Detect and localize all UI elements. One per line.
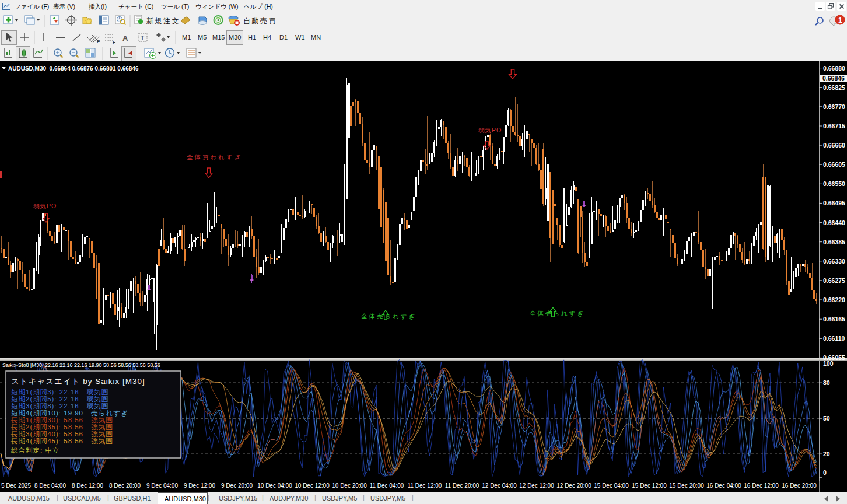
svg-text:10 Dec 12:00: 10 Dec 12:00 <box>295 482 330 489</box>
svg-text:短期3(期間8): 22.16 - 弱気圏: 短期3(期間8): 22.16 - 弱気圏 <box>11 402 108 410</box>
svg-text:長期1(期間30): 58.56 - 強気圏: 長期1(期間30): 58.56 - 強気圏 <box>10 416 113 424</box>
svg-text:8 Dec 12:00: 8 Dec 12:00 <box>72 482 103 489</box>
svg-text:0.66495: 0.66495 <box>823 200 845 206</box>
svg-text:0.66110: 0.66110 <box>823 335 845 342</box>
svg-text:9 Dec 20:00: 9 Dec 20:00 <box>221 482 253 489</box>
svg-text:16 Dec 12:00: 16 Dec 12:00 <box>744 482 779 489</box>
svg-text:全体売られすぎ: 全体売られすぎ <box>530 310 585 317</box>
svg-text:AUDUSD,M30 0.66864 0.66876 0.: AUDUSD,M30 0.66864 0.66876 0.66801 0.668… <box>8 65 139 72</box>
svg-text:0.66220: 0.66220 <box>823 296 845 303</box>
svg-text:長期3(期間40): 58.56 - 強気圏: 長期3(期間40): 58.56 - 強気圏 <box>10 430 113 438</box>
svg-text:15 Dec 12:00: 15 Dec 12:00 <box>632 482 667 489</box>
svg-text:A: A <box>123 34 128 43</box>
svg-text:11 Dec 04:00: 11 Dec 04:00 <box>370 482 404 489</box>
svg-text:弱気PO: 弱気PO <box>33 202 57 209</box>
svg-text:100: 100 <box>823 360 834 367</box>
svg-text:16 Dec 04:00: 16 Dec 04:00 <box>706 482 741 489</box>
svg-text:80: 80 <box>823 379 830 386</box>
svg-text:12 Dec 20:00: 12 Dec 20:00 <box>556 482 592 489</box>
svg-text:0.66275: 0.66275 <box>823 277 845 284</box>
svg-text:0.66165: 0.66165 <box>823 316 845 323</box>
svg-text:長期4(期間45): 58.56 - 強気圏: 長期4(期間45): 58.56 - 強気圏 <box>10 438 113 444</box>
svg-text:E: E <box>97 39 100 44</box>
svg-text:0.66846: 0.66846 <box>822 75 845 82</box>
svg-text:0.66440: 0.66440 <box>823 219 845 226</box>
svg-text:10 Dec 04:00: 10 Dec 04:00 <box>257 482 292 489</box>
svg-text:0.66660: 0.66660 <box>823 142 845 149</box>
svg-text:8 Dec 04:00: 8 Dec 04:00 <box>34 482 66 489</box>
svg-text:Saikix-Sto8 [M30] 22.16 22.16: Saikix-Sto8 [M30] 22.16 22.16 22.16 19.9… <box>2 362 160 368</box>
svg-text:15 Dec 20:00: 15 Dec 20:00 <box>669 482 704 489</box>
svg-text:11 Dec 20:00: 11 Dec 20:00 <box>445 482 480 489</box>
svg-text:総合判定: 中立: 総合判定: 中立 <box>10 447 60 454</box>
svg-text:0.66385: 0.66385 <box>823 239 845 246</box>
svg-text:9 Dec 04:00: 9 Dec 04:00 <box>146 482 178 489</box>
svg-text:15 Dec 04:00: 15 Dec 04:00 <box>594 482 629 489</box>
svg-text:ストキャスエイト by Saikix [M30]: ストキャスエイト by Saikix [M30] <box>11 377 145 386</box>
svg-text:弱気PO: 弱気PO <box>478 127 502 134</box>
svg-text:0.66550: 0.66550 <box>823 180 845 187</box>
svg-text:16 Dec 20:00: 16 Dec 20:00 <box>782 482 817 489</box>
svg-text:短期1(期間3): 22.16 - 弱気圏: 短期1(期間3): 22.16 - 弱気圏 <box>11 388 108 396</box>
svg-text:全体買われすぎ: 全体買われすぎ <box>187 153 242 160</box>
svg-text:11 Dec 12:00: 11 Dec 12:00 <box>408 482 442 489</box>
svg-text:F: F <box>113 40 116 45</box>
svg-text:0.66715: 0.66715 <box>823 123 845 130</box>
svg-text:1: 1 <box>838 16 842 24</box>
svg-text:T: T <box>141 35 144 41</box>
svg-text:0.66605: 0.66605 <box>823 161 845 168</box>
svg-text:短期2(期間5): 22.16 - 弱気圏: 短期2(期間5): 22.16 - 弱気圏 <box>11 396 108 402</box>
svg-text:9 Dec 12:00: 9 Dec 12:00 <box>184 482 215 489</box>
svg-text:全体売られすぎ: 全体売られすぎ <box>361 313 416 320</box>
svg-text:0.66770: 0.66770 <box>823 103 845 110</box>
svg-text:0.66880: 0.66880 <box>823 65 845 72</box>
svg-text:0.66825: 0.66825 <box>823 84 845 91</box>
svg-text:50: 50 <box>823 415 830 422</box>
svg-text:0.66330: 0.66330 <box>823 258 845 265</box>
svg-text:8 Dec 20:00: 8 Dec 20:00 <box>109 482 141 489</box>
svg-text:短期4(期間10): 19.90 - 売られすぎ: 短期4(期間10): 19.90 - 売られすぎ <box>11 410 128 417</box>
svg-text:12 Dec 04:00: 12 Dec 04:00 <box>482 482 517 489</box>
svg-text:5 Dec 2025: 5 Dec 2025 <box>1 482 32 489</box>
svg-text:20: 20 <box>823 450 830 457</box>
svg-text:12 Dec 12:00: 12 Dec 12:00 <box>519 482 554 489</box>
svg-text:長期2(期間35): 58.56 - 強気圏: 長期2(期間35): 58.56 - 強気圏 <box>10 424 113 430</box>
svg-text:0: 0 <box>823 469 827 476</box>
svg-text:10 Dec 20:00: 10 Dec 20:00 <box>332 482 367 489</box>
